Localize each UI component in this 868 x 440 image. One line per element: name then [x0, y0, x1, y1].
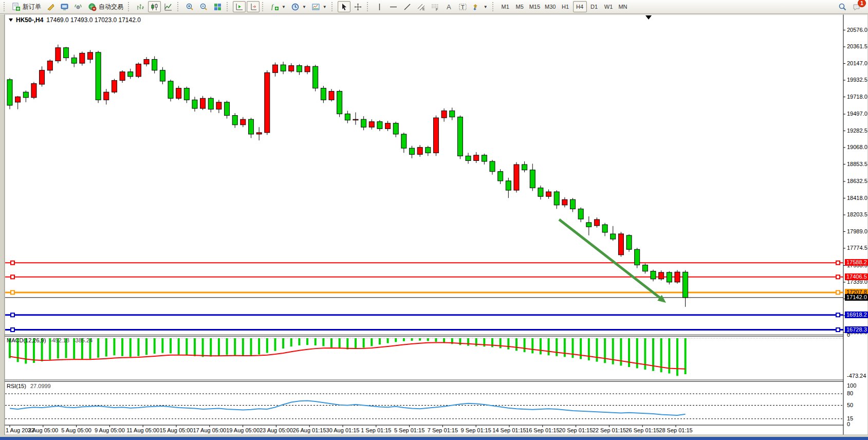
- trend-arrow[interactable]: [559, 219, 660, 298]
- zoom-in-button[interactable]: [183, 1, 196, 12]
- timeframe-button-m5[interactable]: M5: [513, 1, 527, 12]
- horizontal-line-button[interactable]: [387, 1, 400, 12]
- mt4-window: 新订单 自动交易: [0, 0, 868, 440]
- timeframe-button-d1[interactable]: D1: [587, 1, 601, 12]
- time-axis-label: 17 Aug 05:00: [193, 427, 226, 433]
- chart-window[interactable]: HK50-,H4 17469.0 17493.0 17023.0 17142.0…: [5, 14, 868, 435]
- timeframe-button-mn[interactable]: MN: [616, 1, 630, 12]
- line-chart-button[interactable]: [162, 1, 175, 12]
- tile-windows-button[interactable]: [211, 1, 224, 12]
- templates-button[interactable]: ▼: [309, 1, 329, 12]
- cursor-button[interactable]: [338, 1, 350, 12]
- line-handle[interactable]: [11, 275, 14, 279]
- macd-histogram-bar: [346, 338, 348, 350]
- zoom-in-icon: [186, 3, 194, 11]
- line-handle[interactable]: [836, 261, 840, 265]
- candle-body: [675, 272, 680, 282]
- macd-signal-value: -385.24: [73, 337, 93, 343]
- macd-histogram-bar: [274, 338, 276, 351]
- toolbar-grip: [4, 2, 7, 11]
- text-button[interactable]: A: [442, 1, 455, 12]
- new-order-button[interactable]: 新订单: [10, 1, 43, 12]
- candle-body: [546, 192, 551, 196]
- signals-button[interactable]: [72, 1, 85, 12]
- svg-text:f: f: [271, 3, 274, 10]
- time-axis-label: 15 Aug 05:00: [160, 427, 193, 433]
- line-handle[interactable]: [11, 261, 14, 265]
- styler-button[interactable]: [44, 1, 57, 12]
- price-line-badge-17406.5: 17406.5: [845, 273, 868, 280]
- timeframe-button-h4[interactable]: H4: [573, 1, 587, 12]
- time-axis-label: 30 Aug 01:15: [326, 427, 360, 433]
- timeframe-button-w1[interactable]: W1: [602, 1, 616, 12]
- vertical-line-button[interactable]: [373, 1, 386, 12]
- macd-histogram-bar: [266, 338, 268, 353]
- arrows-button[interactable]: ▼: [470, 1, 490, 12]
- candle-body: [31, 83, 36, 97]
- candle-body: [506, 181, 511, 190]
- macd-histogram-bar: [202, 338, 204, 357]
- indicators-button[interactable]: f ▼: [268, 1, 288, 12]
- timeframe-button-m15[interactable]: M15: [527, 1, 542, 12]
- macd-histogram-bar: [459, 338, 461, 345]
- price-line-badge-16728.3: 16728.3: [845, 326, 868, 333]
- bar-chart-button[interactable]: [134, 1, 147, 12]
- toolbar-separator: [331, 2, 335, 11]
- dropdown-caret-icon: ▼: [484, 5, 488, 9]
- candle-body: [47, 61, 52, 70]
- arrows-shapes-icon: [472, 3, 481, 11]
- chat-button[interactable]: 1: [850, 1, 863, 12]
- line-handle[interactable]: [836, 290, 840, 294]
- candle-body: [281, 65, 286, 71]
- dropdown-caret-icon: ▼: [302, 5, 306, 9]
- line-handle[interactable]: [11, 290, 14, 294]
- line-handle[interactable]: [836, 313, 840, 317]
- rsi-axis-label: 100: [847, 382, 856, 389]
- auto-scroll-button[interactable]: [233, 1, 246, 12]
- price-axis-label: 18853.5: [847, 161, 867, 167]
- dropdown-caret-icon: ▼: [323, 5, 327, 9]
- candle-body: [80, 53, 85, 63]
- dropdown-caret-icon: ▼: [282, 5, 286, 9]
- timeframe-button-m1[interactable]: M1: [498, 1, 512, 12]
- macd-histogram-bar: [322, 338, 324, 346]
- periods-button[interactable]: ▼: [289, 1, 308, 12]
- search-button[interactable]: [836, 1, 849, 12]
- candlestick-chart-button[interactable]: [148, 1, 161, 12]
- candle-body: [667, 272, 672, 282]
- candle-body: [337, 91, 342, 114]
- candlestick-icon: [150, 3, 159, 11]
- macd-histogram-bar: [170, 338, 172, 353]
- macd-histogram-bar: [282, 338, 284, 349]
- auto-trading-button[interactable]: 自动交易: [86, 1, 125, 12]
- terminal-button[interactable]: [58, 1, 71, 12]
- zoom-out-button[interactable]: [197, 1, 210, 12]
- text-label-button[interactable]: T: [456, 1, 469, 12]
- line-handle[interactable]: [836, 328, 840, 332]
- crosshair-button[interactable]: [352, 1, 364, 12]
- line-handle[interactable]: [836, 275, 840, 279]
- fibonacci-button[interactable]: F: [429, 1, 441, 12]
- candle-body: [457, 117, 463, 156]
- macd-histogram-bar: [121, 338, 123, 356]
- line-chart-icon: [164, 3, 173, 11]
- chart-shift-icon: [249, 3, 257, 11]
- rsi-value: 27.0999: [30, 383, 51, 389]
- price-axis-label: 20576.0: [847, 27, 867, 33]
- line-handle[interactable]: [11, 313, 14, 317]
- trendline-button[interactable]: [401, 1, 414, 12]
- candle-body: [160, 70, 165, 81]
- candle-body: [377, 122, 382, 129]
- line-handle[interactable]: [11, 328, 14, 332]
- time-axis-label: 28 Sep 01:15: [659, 427, 692, 433]
- timeframe-button-m30[interactable]: M30: [543, 1, 558, 12]
- price-axis-label: 19932.5: [847, 77, 867, 83]
- equidistant-channel-button[interactable]: E: [415, 1, 428, 12]
- toolbar-separator: [177, 2, 181, 11]
- chart-canvas[interactable]: [5, 14, 868, 435]
- toolbar-separator: [128, 2, 132, 11]
- chart-shift-button[interactable]: [247, 1, 260, 12]
- candle-body: [578, 209, 583, 219]
- timeframe-button-h1[interactable]: H1: [559, 1, 572, 12]
- macd-histogram-bar: [242, 338, 244, 356]
